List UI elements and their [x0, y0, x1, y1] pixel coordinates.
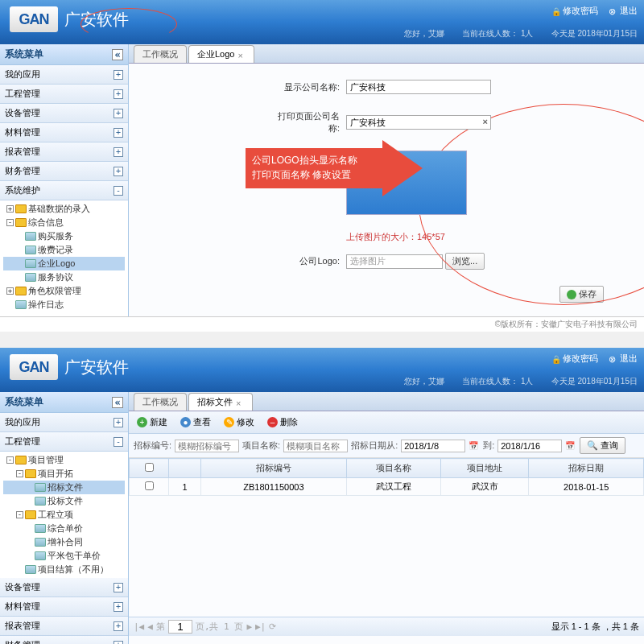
sidebar-menu-item[interactable]: 设备管理+ — [0, 578, 128, 597]
expand-icon[interactable]: + — [114, 641, 123, 645]
tree-node[interactable]: 招标文件 — [3, 481, 125, 494]
row-checkbox[interactable] — [145, 481, 154, 490]
calendar-icon[interactable] — [469, 440, 480, 452]
table-row[interactable]: 1ZB1801150003武汉工程武汉市2018-01-15 — [130, 478, 644, 496]
sidebar-collapse-button[interactable]: « — [112, 397, 123, 408]
name-label: 项目名称: — [242, 440, 280, 452]
sidebar-menu-item[interactable]: 工程管理- — [0, 432, 128, 452]
logout-link[interactable]: 退出 — [609, 5, 638, 17]
tab[interactable]: 招标文件× — [188, 393, 253, 411]
pager-suf: 页,共 1 页 — [196, 621, 244, 633]
tree-node[interactable]: -工程立项 — [3, 508, 125, 522]
pager-page-input[interactable] — [168, 620, 192, 634]
footer: ©版权所有：安徽广安电子科技有限公司 — [0, 316, 644, 332]
sidebar-menu-item[interactable]: 报表管理+ — [0, 617, 128, 636]
expand-icon[interactable]: + — [114, 602, 123, 612]
tree-node[interactable]: 投标文件 — [3, 494, 125, 508]
upload-hint: 上传图片的大小：145*57 — [346, 231, 620, 243]
sidebar-menu-item[interactable]: 设备管理+ — [0, 104, 128, 123]
expand-icon[interactable]: - — [114, 186, 123, 196]
save-button[interactable]: 保存 — [559, 286, 604, 303]
pager-last[interactable]: ▶| — [255, 621, 266, 632]
tree-node[interactable]: 企业Logo — [3, 257, 125, 270]
name-input[interactable] — [283, 440, 348, 452]
tree-node[interactable]: 购买服务 — [3, 229, 125, 243]
clear-icon[interactable]: × — [483, 117, 488, 126]
lock-icon — [551, 354, 561, 364]
choose-file-field[interactable] — [346, 254, 443, 269]
tree-node[interactable]: -项目管理 — [3, 453, 125, 467]
close-icon[interactable]: × — [237, 51, 246, 59]
expand-icon[interactable]: + — [114, 621, 123, 631]
select-all-checkbox[interactable] — [145, 463, 154, 472]
disk-icon — [567, 290, 576, 299]
pager-next[interactable]: ▶ — [246, 621, 252, 632]
tree-node[interactable]: 服务协议 — [3, 270, 125, 284]
new-button[interactable]: +新建 — [134, 415, 171, 430]
print-name-input[interactable] — [346, 115, 491, 130]
logout-link[interactable]: 退出 — [609, 353, 638, 365]
tree-node[interactable]: +基础数据的录入 — [3, 202, 125, 216]
edit-button[interactable]: ✎修改 — [221, 415, 258, 430]
sidebar-menu-item[interactable]: 我的应用+ — [0, 413, 128, 432]
tree-node[interactable]: 操作日志 — [3, 298, 125, 312]
sidebar-menu-item[interactable]: 工程管理+ — [0, 85, 128, 104]
tree-node[interactable]: 增补合同 — [3, 535, 125, 549]
sidebar-collapse-button[interactable]: « — [112, 49, 123, 60]
pager-first[interactable]: |◀ — [134, 621, 144, 632]
pager-refresh[interactable]: ⟳ — [269, 621, 276, 632]
folder-icon — [15, 456, 27, 464]
greeting: 您好，艾娜 — [404, 377, 444, 386]
expand-icon[interactable]: + — [114, 418, 123, 427]
expand-icon[interactable]: + — [114, 128, 123, 138]
tree-node[interactable]: -综合信息 — [3, 216, 125, 229]
page-icon — [25, 273, 36, 282]
expand-icon[interactable]: + — [114, 147, 123, 157]
calendar-icon[interactable] — [565, 440, 576, 452]
eye-icon: ● — [180, 417, 191, 427]
result-grid: 招标编号项目名称项目地址招标日期 1ZB1801150003武汉工程武汉市201… — [129, 458, 644, 496]
sidebar-menu-item[interactable]: 系统维护- — [0, 181, 128, 200]
view-button[interactable]: ●查看 — [177, 415, 214, 430]
tab[interactable]: 企业Logo× — [188, 45, 254, 63]
plus-icon: + — [137, 417, 147, 427]
expand-icon[interactable]: + — [114, 583, 123, 592]
company-name-input[interactable] — [346, 80, 491, 94]
tree-node[interactable]: -项目开拓 — [3, 467, 125, 481]
page-icon — [35, 524, 46, 533]
tab[interactable]: 工作概况 — [134, 45, 187, 63]
pager-prev[interactable]: ◀ — [147, 621, 153, 632]
sidebar-menu-item[interactable]: 报表管理+ — [0, 142, 128, 162]
date-from-input[interactable] — [401, 440, 465, 452]
folder-icon — [15, 218, 27, 227]
grid-header: 招标编号 — [200, 459, 347, 478]
expand-icon[interactable]: + — [114, 70, 123, 80]
close-icon[interactable]: × — [236, 398, 244, 407]
delete-button[interactable]: –删除 — [264, 415, 301, 430]
tree-node[interactable]: 项目结算（不用） — [3, 563, 125, 576]
expand-icon[interactable]: - — [114, 437, 123, 447]
change-password-link[interactable]: 修改密码 — [551, 353, 598, 365]
sidebar-menu-item[interactable]: 材料管理+ — [0, 123, 128, 142]
sidebar-menu-item[interactable]: 我的应用+ — [0, 65, 128, 85]
tree-node[interactable]: 缴费记录 — [3, 243, 125, 257]
code-input[interactable] — [175, 440, 239, 452]
brand-name: 广安软件 — [64, 357, 129, 378]
sidebar-menu-item[interactable]: 材料管理+ — [0, 597, 128, 617]
pencil-icon: ✎ — [224, 417, 234, 427]
tab-bar: 工作概况企业Logo× — [129, 44, 644, 64]
tree-node[interactable]: 综合单价 — [3, 522, 125, 535]
change-password-link[interactable]: 修改密码 — [551, 5, 598, 17]
sidebar-menu-item[interactable]: 财务管理+ — [0, 636, 128, 644]
date-to-input[interactable] — [497, 440, 562, 452]
browse-button[interactable]: 浏览... — [445, 253, 485, 270]
tree-node[interactable]: +角色权限管理 — [3, 284, 125, 298]
page-icon — [25, 259, 36, 268]
expand-icon[interactable]: + — [114, 167, 123, 176]
tree-node[interactable]: 平米包干单价 — [3, 549, 125, 563]
expand-icon[interactable]: + — [114, 89, 123, 99]
expand-icon[interactable]: + — [114, 109, 123, 118]
sidebar-menu-item[interactable]: 财务管理+ — [0, 162, 128, 181]
query-button[interactable]: 🔍查询 — [580, 437, 625, 454]
tab[interactable]: 工作概况 — [134, 393, 187, 411]
